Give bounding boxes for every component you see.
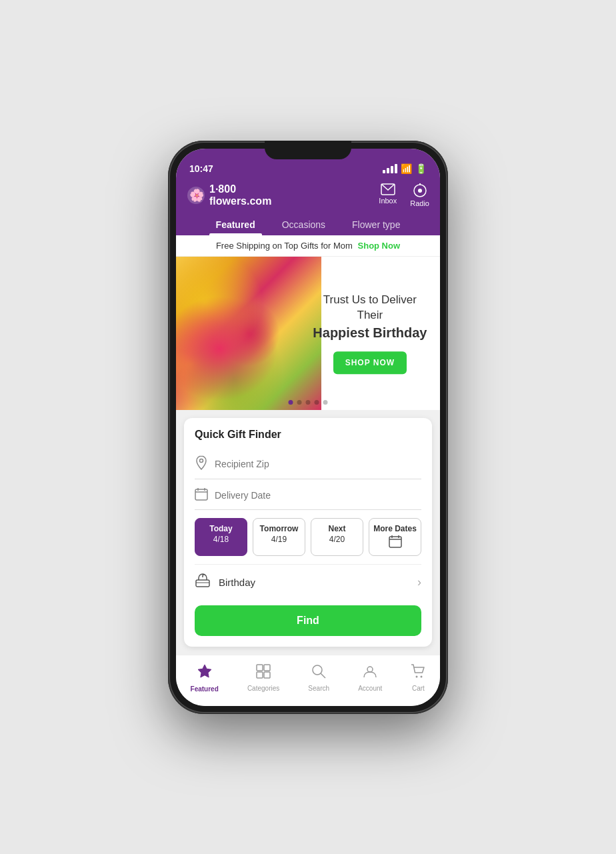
same-day-section: Same-Day Delivery SEE ALL xyxy=(176,647,440,655)
search-icon xyxy=(311,664,326,683)
svg-rect-19 xyxy=(257,665,263,671)
svg-text:🌸: 🌸 xyxy=(189,188,205,203)
inbox-button[interactable]: Inbox xyxy=(379,183,397,207)
signal-bar-2 xyxy=(387,168,389,173)
hero-banner: Trust Us to Deliver Their Happiest Birth… xyxy=(176,257,440,410)
star-icon xyxy=(197,663,213,683)
account-icon xyxy=(363,664,377,683)
occasion-row[interactable]: Birthday › xyxy=(195,564,421,600)
svg-rect-21 xyxy=(257,672,263,678)
promo-banner[interactable]: Free Shipping on Top Gifts for Mom Shop … xyxy=(176,235,440,257)
logo-icon: 🌸 xyxy=(187,186,205,205)
dot-1 xyxy=(289,400,293,405)
app-header: 🌸 1·800 flowers.com Inbox xyxy=(176,178,440,235)
hero-flowers-overlay xyxy=(176,257,321,410)
hero-cta-button[interactable]: SHOP NOW xyxy=(333,351,407,374)
birthday-cake-icon xyxy=(195,573,211,592)
nav-label-cart: Cart xyxy=(412,685,425,692)
bottom-nav: Featured Categories xyxy=(176,655,440,706)
svg-rect-7 xyxy=(195,489,207,500)
svg-point-23 xyxy=(313,665,322,675)
hero-title: Trust Us to Deliver Their Happiest Birth… xyxy=(311,292,429,343)
more-dates-calendar-icon xyxy=(389,535,402,550)
date-btn-next[interactable]: Next 4/20 xyxy=(311,518,363,556)
chevron-right-icon: › xyxy=(417,575,421,589)
promo-shop-now[interactable]: Shop Now xyxy=(358,241,401,251)
inbox-icon xyxy=(381,183,395,195)
date-input[interactable] xyxy=(215,490,421,501)
tab-occasions[interactable]: Occasions xyxy=(269,214,339,235)
nav-item-search[interactable]: Search xyxy=(301,661,336,695)
dot-5 xyxy=(323,400,328,405)
header-top: 🌸 1·800 flowers.com Inbox xyxy=(187,183,429,207)
dot-3 xyxy=(306,400,311,405)
notch xyxy=(265,141,351,159)
svg-point-4 xyxy=(418,189,422,193)
logo[interactable]: 🌸 1·800 flowers.com xyxy=(187,183,271,207)
svg-point-27 xyxy=(421,675,423,677)
svg-marker-18 xyxy=(198,665,211,677)
dot-2 xyxy=(297,400,302,405)
svg-point-26 xyxy=(416,675,418,677)
status-time: 10:47 xyxy=(189,163,213,174)
grid-icon xyxy=(256,664,271,683)
tab-featured[interactable]: Featured xyxy=(203,214,269,235)
cart-icon xyxy=(411,664,425,683)
svg-line-24 xyxy=(321,673,325,678)
phone-frame: 10:47 📶 🔋 🌸 xyxy=(168,141,448,714)
hero-dots xyxy=(289,400,328,405)
occasion-label: Birthday xyxy=(219,577,417,588)
dot-4 xyxy=(315,400,319,405)
nav-label-account: Account xyxy=(358,685,382,692)
zip-input-row xyxy=(195,450,421,479)
header-actions: Inbox Radio xyxy=(379,183,429,207)
scroll-content: Trust Us to Deliver Their Happiest Birth… xyxy=(176,257,440,655)
gift-finder: Quick Gift Finder xyxy=(184,418,432,647)
tab-flowertype[interactable]: Flower type xyxy=(339,214,413,235)
date-input-row xyxy=(195,482,421,510)
radio-button[interactable]: Radio xyxy=(410,183,429,207)
nav-item-categories[interactable]: Categories xyxy=(241,661,286,695)
find-button[interactable]: Find xyxy=(195,605,421,636)
date-btn-more[interactable]: More Dates xyxy=(369,518,421,556)
nav-item-featured[interactable]: Featured xyxy=(184,661,225,695)
status-icons: 📶 🔋 xyxy=(383,163,427,174)
nav-label-categories: Categories xyxy=(247,685,279,692)
battery-icon: 🔋 xyxy=(415,163,427,174)
hero-content: Trust Us to Deliver Their Happiest Birth… xyxy=(311,292,429,375)
svg-rect-11 xyxy=(389,537,401,547)
location-icon xyxy=(195,455,208,473)
logo-text: 1·800 flowers.com xyxy=(209,183,271,207)
nav-tabs: Featured Occasions Flower type xyxy=(187,214,429,235)
signal-bars xyxy=(383,164,397,173)
gift-finder-title: Quick Gift Finder xyxy=(195,429,421,441)
nav-label-search: Search xyxy=(308,685,329,692)
nav-label-featured: Featured xyxy=(191,685,219,693)
date-btn-today[interactable]: Today 4/18 xyxy=(195,518,247,556)
signal-bar-3 xyxy=(391,166,393,173)
svg-point-6 xyxy=(200,459,203,462)
signal-bar-1 xyxy=(383,170,385,173)
date-buttons: Today 4/18 Tomorrow 4/19 Next 4/20 More … xyxy=(195,518,421,556)
svg-rect-15 xyxy=(196,580,209,587)
nav-item-cart[interactable]: Cart xyxy=(404,661,432,695)
svg-rect-22 xyxy=(264,672,270,678)
signal-bar-4 xyxy=(395,164,397,173)
calendar-input-icon xyxy=(195,487,208,504)
phone-screen: 10:47 📶 🔋 🌸 xyxy=(176,149,440,706)
nav-item-account[interactable]: Account xyxy=(351,661,389,695)
zip-input[interactable] xyxy=(215,459,421,469)
wifi-icon: 📶 xyxy=(401,163,412,174)
svg-rect-20 xyxy=(264,665,270,671)
date-btn-tomorrow[interactable]: Tomorrow 4/19 xyxy=(253,518,305,556)
svg-point-25 xyxy=(367,667,373,672)
radio-icon xyxy=(413,183,427,198)
